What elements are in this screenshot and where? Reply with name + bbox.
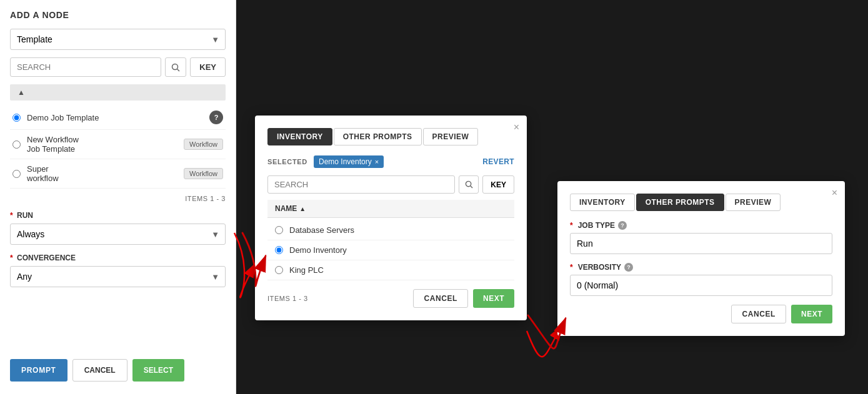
search-icon: [465, 180, 473, 189]
modal-footer: ITEMS 1 - 3 CANCEL NEXT: [267, 289, 514, 308]
modal-footer-buttons: CANCEL NEXT: [413, 289, 514, 308]
table-header: NAME ▲: [267, 200, 514, 218]
required-star: *: [10, 254, 13, 262]
search-row: KEY: [10, 57, 226, 77]
right-modal-footer-buttons: CANCEL NEXT: [731, 305, 832, 323]
required-star: *: [570, 221, 573, 230]
select-button[interactable]: SELECT: [132, 359, 184, 382]
panel-title: ADD A NODE: [10, 10, 226, 20]
job-type-select[interactable]: Run Check: [570, 233, 832, 254]
modal-cancel-button[interactable]: CANCEL: [413, 289, 468, 308]
selected-label: SELECTED: [267, 158, 307, 165]
node-type-select-wrapper[interactable]: Template ▼: [10, 29, 226, 50]
modal-next-button[interactable]: NEXT: [473, 289, 514, 308]
cancel-button[interactable]: CANCEL: [72, 359, 127, 382]
run-select-wrapper[interactable]: Always ▼: [10, 224, 226, 245]
new-workflow-radio[interactable]: [12, 140, 21, 149]
items-count: ITEMS 1 - 3: [10, 195, 226, 202]
tab-other-prompts[interactable]: OTHER PROMPTS: [334, 128, 422, 145]
sort-bar[interactable]: ▲: [10, 84, 226, 101]
workflow-badge: Workflow: [184, 139, 223, 150]
job-type-label: * JOB TYPE ?: [570, 221, 832, 230]
tab-bar: INVENTORY OTHER PROMPTS PREVIEW: [267, 128, 514, 145]
tab-other-prompts[interactable]: OTHER PROMPTS: [636, 194, 724, 211]
search-icon: [171, 63, 180, 72]
other-prompts-modal: × INVENTORY OTHER PROMPTS PREVIEW * JOB …: [557, 181, 845, 336]
right-modal-next-button[interactable]: NEXT: [791, 305, 832, 323]
bottom-buttons: PROMPT CANCEL SELECT: [10, 359, 184, 382]
modal-search-button[interactable]: [459, 175, 479, 194]
prompt-button[interactable]: PROMPT: [10, 359, 67, 382]
modal-key-button[interactable]: KEY: [482, 175, 514, 194]
item-badge: ?: [209, 111, 223, 124]
verbosity-field: * VERBOSITY ? 0 (Normal) 1 (Verbose) 2 (…: [570, 263, 832, 296]
item-label: New WorkflowJob Template: [27, 135, 177, 154]
remove-tag-button[interactable]: ×: [375, 158, 379, 165]
close-icon[interactable]: ×: [514, 122, 519, 133]
sort-arrow-icon: ▲: [17, 88, 25, 97]
svg-line-3: [471, 186, 472, 188]
selected-tag-text: Demo Inventory: [319, 157, 372, 166]
tab-preview[interactable]: PREVIEW: [423, 128, 479, 145]
job-type-field: * JOB TYPE ? Run Check: [570, 221, 832, 254]
modal-item-list: Database Servers Demo Inventory King PLC: [267, 220, 514, 280]
required-star: *: [570, 263, 573, 272]
demo-inventory-radio[interactable]: [275, 246, 283, 254]
help-icon: ?: [618, 221, 627, 230]
modal-search-input[interactable]: [267, 175, 455, 194]
help-icon: ?: [624, 263, 633, 272]
selected-tag: Demo Inventory ×: [314, 155, 384, 168]
right-modal-footer: CANCEL NEXT: [570, 305, 832, 323]
item-label: Demo Job Template: [27, 113, 203, 122]
tab-preview[interactable]: PREVIEW: [726, 194, 781, 211]
item-label: Demo Inventory: [289, 245, 347, 255]
sort-icon: ▲: [299, 205, 306, 212]
search-button[interactable]: [165, 57, 186, 77]
demo-job-radio[interactable]: [12, 114, 21, 122]
key-button[interactable]: KEY: [190, 57, 226, 77]
svg-point-2: [466, 181, 471, 186]
search-input[interactable]: [10, 57, 161, 77]
list-item[interactable]: Demo Job Template ?: [10, 106, 226, 130]
list-item[interactable]: Demo Inventory: [267, 240, 514, 260]
svg-line-1: [177, 69, 180, 71]
item-list: Demo Job Template ? New WorkflowJob Temp…: [10, 106, 226, 189]
super-workflow-radio[interactable]: [12, 170, 21, 178]
revert-button[interactable]: REVERT: [482, 157, 514, 166]
convergence-field-label: * CONVERGENCE: [10, 254, 226, 262]
run-field-label: * RUN: [10, 211, 226, 220]
svg-point-0: [172, 64, 178, 69]
list-item[interactable]: New WorkflowJob Template Workflow: [10, 130, 226, 159]
db-servers-radio[interactable]: [275, 226, 283, 234]
job-type-select-wrapper[interactable]: Run Check: [570, 233, 832, 254]
tab-inventory[interactable]: INVENTORY: [570, 194, 635, 211]
name-column-header: NAME: [275, 204, 297, 213]
right-modal-cancel-button[interactable]: CANCEL: [731, 305, 786, 323]
close-icon[interactable]: ×: [832, 187, 837, 199]
modal-search-row: KEY: [267, 175, 514, 194]
verbosity-select[interactable]: 0 (Normal) 1 (Verbose) 2 (More Verbose): [570, 275, 832, 296]
list-item[interactable]: King PLC: [267, 260, 514, 280]
verbosity-select-wrapper[interactable]: 0 (Normal) 1 (Verbose) 2 (More Verbose): [570, 275, 832, 296]
item-label: Superworkflow: [27, 164, 177, 183]
tab-bar: INVENTORY OTHER PROMPTS PREVIEW: [570, 194, 832, 211]
item-label: King PLC: [289, 265, 324, 275]
convergence-select[interactable]: Any: [10, 266, 226, 287]
left-panel: ADD A NODE Template ▼ KEY ▲ Demo Job Tem…: [0, 0, 236, 394]
verbosity-label: * VERBOSITY ?: [570, 263, 832, 272]
workflow-badge: Workflow: [184, 168, 223, 179]
convergence-select-wrapper[interactable]: Any ▼: [10, 266, 226, 287]
node-type-select[interactable]: Template: [10, 29, 226, 50]
selected-row: SELECTED Demo Inventory × REVERT: [267, 155, 514, 168]
run-select[interactable]: Always: [10, 224, 226, 245]
tab-inventory[interactable]: INVENTORY: [267, 128, 332, 145]
list-item[interactable]: Superworkflow Workflow: [10, 159, 226, 189]
required-star: *: [10, 211, 13, 220]
item-label: Database Servers: [289, 225, 354, 235]
modal-items-count: ITEMS 1 - 3: [267, 295, 308, 302]
king-plc-radio[interactable]: [275, 266, 283, 274]
list-item[interactable]: Database Servers: [267, 220, 514, 240]
inventory-modal: × INVENTORY OTHER PROMPTS PREVIEW SELECT…: [255, 116, 527, 320]
